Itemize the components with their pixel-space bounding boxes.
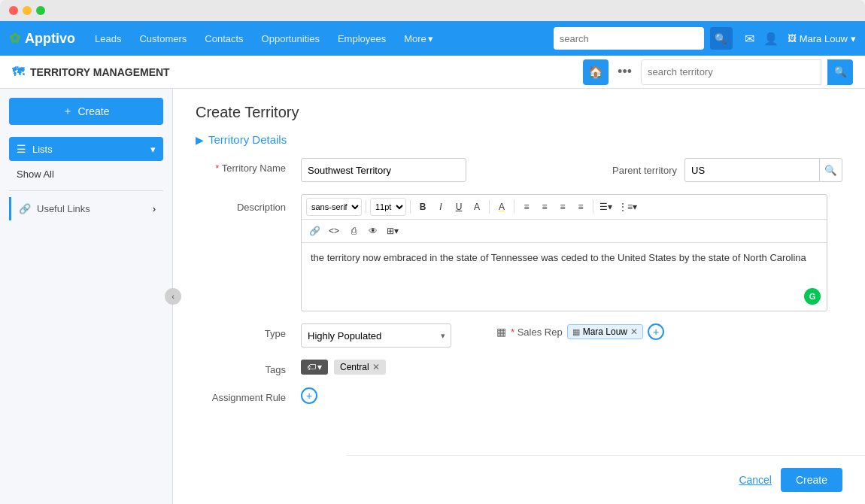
sales-rep-remove-button[interactable]: ✕ (630, 326, 638, 337)
add-sales-rep-button[interactable]: + (648, 323, 664, 340)
editor-toolbar-row1: sans-serif 11pt B I U A A ≡ ≡ ≡ (302, 195, 827, 220)
align-center-button[interactable]: ≡ (536, 199, 553, 215)
print-button[interactable]: ⎙ (345, 223, 362, 239)
link-button[interactable]: 🔗 (306, 223, 323, 239)
sidebar-item-useful-links[interactable]: 🔗 Useful Links › (9, 197, 163, 220)
toolbar-sep-5 (593, 200, 593, 214)
chevron-right-icon: › (153, 203, 156, 214)
nav-search-button[interactable]: 🔍 (710, 27, 733, 50)
nav-more[interactable]: More ▾ (398, 30, 439, 47)
highlight-color-button[interactable]: A (493, 199, 510, 215)
nav-search-input[interactable] (554, 27, 704, 50)
module-icon: 🗺 (12, 65, 24, 79)
sales-rep-name: Mara Louw (583, 326, 627, 337)
description-row: Description sans-serif 11pt B I U A (196, 194, 842, 311)
tag-remove-button[interactable]: ✕ (372, 362, 380, 372)
align-right-button[interactable]: ≡ (554, 199, 571, 215)
sales-rep-required-asterisk: * (511, 326, 517, 338)
nav-search-wrap: 🔍 ✉ 👤 🖼 Mara Louw ▾ (554, 27, 856, 50)
home-button[interactable]: 🏠 (583, 59, 609, 85)
page-title: Create Territory (196, 104, 842, 121)
parent-territory-input[interactable] (684, 158, 820, 182)
territory-name-input[interactable] (301, 158, 466, 182)
tag-label: Central (340, 362, 369, 372)
brand-logo[interactable]: ✿ Apptivo (9, 30, 75, 47)
toolbar-sep-3 (489, 200, 490, 214)
ordered-list-button[interactable]: ⋮≡▾ (616, 199, 639, 215)
lists-icon: ☰ (17, 143, 26, 155)
sidebar-item-lists[interactable]: ☰ Lists ▾ (9, 137, 163, 161)
section-header: ▶ Territory Details (196, 133, 842, 146)
plus-icon: ＋ (62, 105, 73, 118)
sales-rep-table-icon: ▦ (496, 326, 506, 338)
section-title: Territory Details (208, 133, 287, 146)
code-button[interactable]: <> (326, 223, 342, 239)
table-button[interactable]: ⊞▾ (384, 223, 401, 239)
territory-name-row: * Territory Name Parent territory 🔍 (196, 158, 842, 182)
nav-customers[interactable]: Customers (133, 30, 193, 47)
editor-toolbar-row2: 🔗 <> ⎙ 👁 ⊞▾ (302, 220, 827, 243)
nav-contacts[interactable]: Contacts (199, 30, 249, 47)
form-footer: Cancel Create (346, 455, 865, 504)
window-chrome (0, 0, 865, 21)
type-select[interactable]: Highly Populated Low Populated Medium Po… (301, 323, 451, 348)
territory-name-label: * Territory Name (196, 158, 286, 174)
module-title: 🗺 TERRITORY MANAGEMENT (12, 65, 170, 79)
territory-search-button[interactable]: 🔍 (827, 59, 853, 85)
sales-rep-wrap: ▦ * Sales Rep ▦ Mara Louw ✕ + (496, 323, 664, 340)
user-flag-icon: 🖼 (788, 33, 797, 44)
underline-button[interactable]: U (451, 199, 467, 215)
mail-icon[interactable]: ✉ (745, 32, 754, 46)
nav-opportunities[interactable]: Opportunities (256, 30, 326, 47)
user-menu[interactable]: 🖼 Mara Louw ▾ (788, 33, 856, 44)
sidebar: ＋ Create ☰ Lists ▾ Show All 🔗 Useful Lin… (0, 89, 173, 504)
tags-label: Tags (196, 360, 286, 375)
brand-name: Apptivo (25, 31, 75, 47)
toolbar-sep-1 (366, 200, 366, 214)
toolbar-sep-2 (410, 200, 411, 214)
show-all-item[interactable]: Show All (9, 164, 163, 184)
justify-button[interactable]: ≡ (572, 199, 589, 215)
sales-rep-label: * Sales Rep (511, 326, 563, 338)
add-assignment-rule-button[interactable]: + (301, 387, 317, 404)
parent-territory-search-button[interactable]: 🔍 (820, 158, 842, 182)
sales-rep-tag-icon: ▦ (572, 327, 580, 337)
secondary-bar: 🗺 TERRITORY MANAGEMENT 🏠 ••• 🔍 (0, 56, 865, 89)
assignment-rule-label: Assignment Rule (196, 387, 286, 403)
top-navbar: ✿ Apptivo Leads Customers Contacts Oppor… (0, 21, 865, 56)
rich-text-editor: sans-serif 11pt B I U A A ≡ ≡ ≡ (301, 194, 827, 311)
align-left-button[interactable]: ≡ (518, 199, 535, 215)
description-label: Description (196, 194, 286, 213)
editor-content-area[interactable]: the territory now embraced in the state … (302, 243, 827, 311)
more-options-button[interactable]: ••• (615, 61, 635, 83)
tag-icon: 🏷 (307, 362, 316, 372)
create-button[interactable]: ＋ Create (9, 98, 163, 125)
required-asterisk: * (215, 162, 221, 174)
description-text: the territory now embraced in the state … (311, 252, 806, 263)
nav-employees[interactable]: Employees (332, 30, 392, 47)
bold-button[interactable]: B (414, 199, 431, 215)
italic-button[interactable]: I (432, 199, 449, 215)
font-color-button[interactable]: A (469, 199, 485, 215)
main-content: Create Territory ▶ Territory Details * T… (173, 89, 865, 504)
tags-row: Tags 🏷 ▾ Central ✕ (196, 360, 842, 375)
cancel-button[interactable]: Cancel (739, 468, 772, 492)
maximize-btn[interactable] (36, 6, 45, 15)
section-collapse-icon[interactable]: ▶ (196, 134, 204, 146)
user-circle-icon[interactable]: 👤 (763, 32, 778, 46)
nav-icons: ✉ 👤 🖼 Mara Louw ▾ (745, 32, 856, 46)
font-family-select[interactable]: sans-serif (306, 198, 362, 216)
preview-button[interactable]: 👁 (365, 223, 381, 239)
close-btn[interactable] (9, 6, 18, 15)
unordered-list-button[interactable]: ☰▾ (597, 199, 615, 215)
font-size-select[interactable]: 11pt (370, 198, 406, 216)
type-select-wrap: Highly Populated Low Populated Medium Po… (301, 323, 451, 348)
nav-leads[interactable]: Leads (89, 30, 127, 47)
create-submit-button[interactable]: Create (781, 468, 842, 492)
type-row: Type Highly Populated Low Populated Medi… (196, 323, 842, 348)
sidebar-collapse-button[interactable]: ‹ (165, 288, 181, 305)
sales-rep-tag: ▦ Mara Louw ✕ (567, 324, 643, 339)
territory-search-input[interactable] (641, 59, 821, 85)
tag-dropdown-button[interactable]: 🏷 ▾ (301, 360, 328, 375)
minimize-btn[interactable] (23, 6, 32, 15)
